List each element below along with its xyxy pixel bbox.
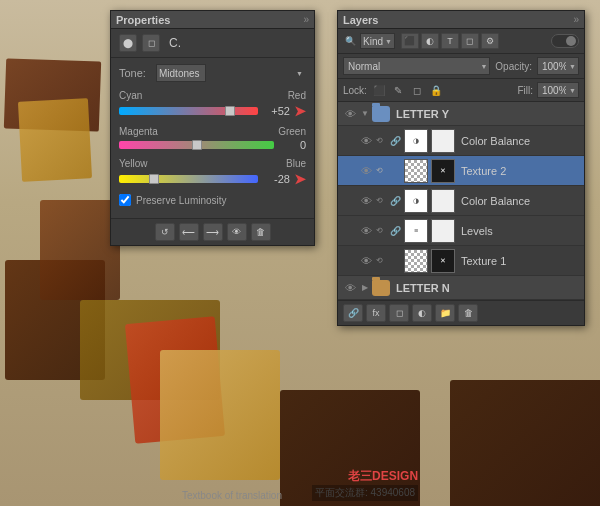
- properties-titlebar: Properties »: [111, 11, 314, 29]
- tone-label: Tone:: [119, 67, 151, 79]
- yellow-blue-slider-row: Yellow Blue -28 ➤: [119, 158, 306, 187]
- properties-layer-icon[interactable]: ◻: [142, 34, 160, 52]
- preserve-luminosity-row: Preserve Luminosity: [119, 194, 306, 206]
- props-delete-btn[interactable]: 🗑: [251, 223, 271, 241]
- cyan-red-value: +52: [262, 105, 290, 117]
- layers-delete-btn[interactable]: 🗑: [458, 304, 478, 322]
- yellow-blue-labels: Yellow Blue: [119, 158, 306, 169]
- eye-icon-letter-n[interactable]: 👁: [342, 280, 358, 296]
- fill-input[interactable]: [537, 82, 579, 98]
- lock-icons-group: ⬛ ✎ ◻ 🔒: [371, 82, 444, 98]
- layers-expand-btn[interactable]: »: [573, 14, 579, 25]
- cyan-red-thumb[interactable]: [225, 106, 235, 116]
- thumb-cb2: ◑: [404, 189, 428, 213]
- props-prev-btn[interactable]: ⟵: [179, 223, 199, 241]
- props-next-btn[interactable]: ⟶: [203, 223, 223, 241]
- tone-select[interactable]: Midtones Shadows Highlights: [156, 64, 206, 82]
- layer-color-balance-2[interactable]: 👁 ⟲ 🔗 ◑ Color Balance: [338, 186, 584, 216]
- layers-link-btn[interactable]: 🔗: [343, 304, 363, 322]
- opacity-value-wrapper: [537, 57, 579, 75]
- opacity-input[interactable]: [537, 57, 579, 75]
- fx-label-tex1: ⟲: [376, 256, 386, 265]
- chain-icon-cb2[interactable]: 🔗: [388, 194, 402, 208]
- brand-name: 老三DESIGN: [312, 468, 418, 485]
- magenta-green-slider-row: Magenta Green 0: [119, 126, 306, 151]
- chain-icon-levels[interactable]: 🔗: [388, 224, 402, 238]
- fx-icon-levels: ⟲: [376, 226, 386, 235]
- cb-symbol-1: ◑: [413, 137, 419, 145]
- cyan-red-slider-row: Cyan Red +52 ➤: [119, 90, 306, 119]
- thumb-levels: ≡: [404, 219, 428, 243]
- yellow-blue-track[interactable]: [119, 175, 258, 183]
- properties-expand-btn[interactable]: »: [303, 14, 309, 25]
- props-visibility-btn[interactable]: 👁: [227, 223, 247, 241]
- magenta-green-slider-container: 0: [119, 139, 306, 151]
- yellow-blue-thumb[interactable]: [149, 174, 159, 184]
- eye-icon-cb1[interactable]: 👁: [358, 133, 374, 149]
- layer-group-letter-y[interactable]: 👁 ▼ LETTER Y: [338, 102, 584, 126]
- layer-color-balance-1[interactable]: 👁 ⟲ 🔗 ◑ Color Balance: [338, 126, 584, 156]
- cyan-red-arrow: ➤: [294, 103, 306, 119]
- layers-footer: 🔗 fx ◻ ◐ 📁 🗑: [338, 300, 584, 325]
- layer-levels[interactable]: 👁 ⟲ 🔗 ≡ Levels: [338, 216, 584, 246]
- kind-chevron-icon: ▼: [385, 38, 392, 45]
- layers-adjust-btn[interactable]: ◐: [412, 304, 432, 322]
- magenta-label: Magenta: [119, 126, 158, 137]
- properties-layer-label: C.: [169, 36, 181, 50]
- magenta-green-labels: Magenta Green: [119, 126, 306, 137]
- eye-icon-levels[interactable]: 👁: [358, 223, 374, 239]
- magenta-green-thumb[interactable]: [192, 140, 202, 150]
- preserve-luminosity-checkbox[interactable]: [119, 194, 131, 206]
- layers-list: 👁 ▼ LETTER Y 👁 ⟲ 🔗 ◑ Color Balance 👁 ⟲ ✕: [338, 102, 584, 300]
- properties-panel: Properties » ⬤ ◻ C. Tone: Midtones Shado…: [110, 10, 315, 246]
- expand-letter-y[interactable]: ▼: [360, 106, 370, 122]
- credits-brand-area: 老三DESIGN 平面交流群: 43940608: [312, 468, 418, 501]
- chain-icon-cb1[interactable]: 🔗: [388, 134, 402, 148]
- eye-icon-tex2[interactable]: 👁: [358, 163, 374, 179]
- brand-sub: 平面交流群: 43940608: [312, 485, 418, 501]
- fx-icon-cb2: ⟲: [376, 196, 386, 205]
- folder-icon-letter-y: [372, 106, 390, 122]
- filter-pixel-icon[interactable]: ⬛: [401, 33, 419, 49]
- cb-symbol-2: ◑: [413, 197, 419, 205]
- lock-pixel-icon[interactable]: ⬛: [371, 82, 387, 98]
- layer-name-tex1: Texture 1: [461, 255, 580, 267]
- layers-group-btn[interactable]: 📁: [435, 304, 455, 322]
- layers-filter-icons: ⬛ ◐ T ◻ ⚙: [401, 33, 499, 49]
- lock-artboard-icon[interactable]: ◻: [409, 82, 425, 98]
- chain-icon-tex2[interactable]: [388, 164, 402, 178]
- layer-group-letter-n[interactable]: 👁 ▶ LETTER N: [338, 276, 584, 300]
- layer-name-letter-y: LETTER Y: [396, 108, 580, 120]
- layers-fx-btn[interactable]: fx: [366, 304, 386, 322]
- eye-icon-tex1[interactable]: 👁: [358, 253, 374, 269]
- layer-texture-2[interactable]: 👁 ⟲ ✕ Texture 2: [338, 156, 584, 186]
- lock-all-icon[interactable]: 🔒: [428, 82, 444, 98]
- filter-shape-icon[interactable]: ◻: [461, 33, 479, 49]
- magenta-green-track[interactable]: [119, 141, 274, 149]
- cyan-red-labels: Cyan Red: [119, 90, 306, 101]
- filter-adjust-icon[interactable]: ◐: [421, 33, 439, 49]
- filter-type-icon[interactable]: T: [441, 33, 459, 49]
- eye-icon-cb2[interactable]: 👁: [358, 193, 374, 209]
- kind-label: Kind: [363, 36, 383, 47]
- chain-icon-tex1[interactable]: [388, 254, 402, 268]
- filter-toggle-dot: [566, 36, 576, 46]
- blend-mode-select[interactable]: Normal Dissolve Multiply Screen Overlay: [343, 57, 490, 75]
- magenta-green-value: 0: [278, 139, 306, 151]
- fill-label: Fill:: [517, 85, 533, 96]
- layers-search-row: 🔍 Kind ▼ ⬛ ◐ T ◻ ⚙: [338, 29, 584, 54]
- properties-mask-icon[interactable]: ⬤: [119, 34, 137, 52]
- mask-thumb-cb2: [431, 189, 455, 213]
- eye-icon-letter-y[interactable]: 👁: [342, 106, 358, 122]
- mask-thumb-tex2: ✕: [431, 159, 455, 183]
- layers-mask-btn[interactable]: ◻: [389, 304, 409, 322]
- layer-texture-1[interactable]: 👁 ⟲ ✕ Texture 1: [338, 246, 584, 276]
- lock-position-icon[interactable]: ✎: [390, 82, 406, 98]
- layers-filter-toggle[interactable]: [551, 34, 579, 48]
- props-reset-btn[interactable]: ↺: [155, 223, 175, 241]
- filter-smart-icon[interactable]: ⚙: [481, 33, 499, 49]
- cyan-red-track[interactable]: [119, 107, 258, 115]
- fill-value-wrapper: [537, 82, 579, 98]
- layers-kind-select[interactable]: Kind ▼: [360, 33, 395, 49]
- expand-letter-n[interactable]: ▶: [360, 280, 370, 296]
